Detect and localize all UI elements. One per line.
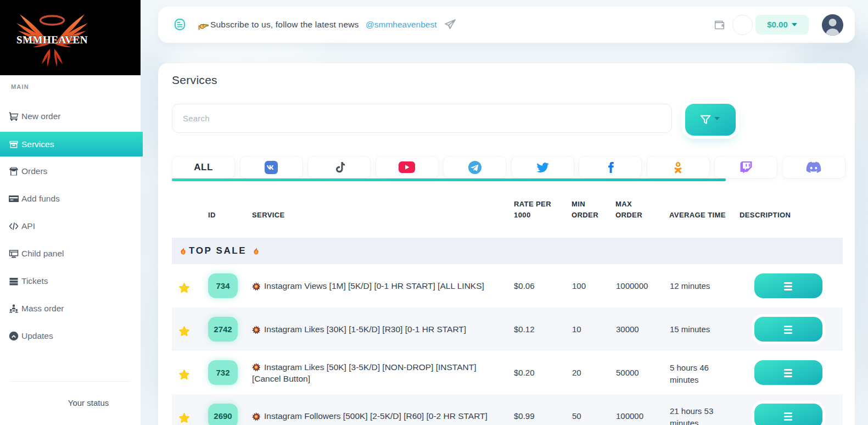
svg-text:SMMHEAVEN: SMMHEAVEN — [16, 34, 88, 46]
